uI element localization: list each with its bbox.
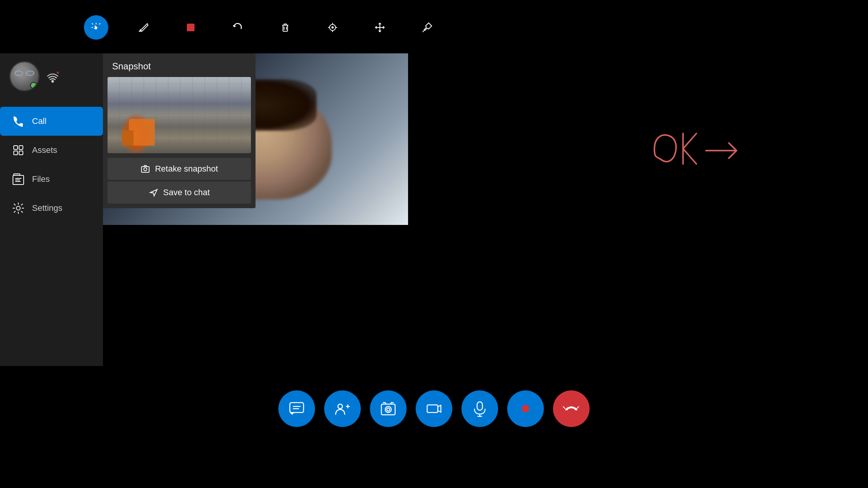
send-icon xyxy=(149,188,159,197)
svg-point-34 xyxy=(387,408,390,411)
bottom-controls xyxy=(278,390,590,427)
avatar-status-indicator xyxy=(30,82,37,89)
svg-point-33 xyxy=(385,406,391,413)
record-icon xyxy=(517,400,534,417)
snapshot-button[interactable] xyxy=(370,390,407,427)
microphone-button[interactable] xyxy=(461,390,498,427)
svg-point-8 xyxy=(52,80,54,82)
svg-rect-36 xyxy=(477,402,482,410)
pen-tool-button[interactable] xyxy=(131,15,156,40)
sidebar-item-settings[interactable]: Settings xyxy=(0,194,103,223)
svg-rect-2 xyxy=(283,25,288,31)
svg-rect-32 xyxy=(381,404,395,415)
svg-rect-35 xyxy=(427,405,438,413)
delete-button[interactable] xyxy=(273,15,297,40)
snapshot-title: Snapshot xyxy=(103,53,256,77)
chat-button[interactable] xyxy=(278,390,315,427)
rectangle-tool-button[interactable] xyxy=(178,15,203,40)
svg-point-40 xyxy=(522,405,529,413)
record-button[interactable] xyxy=(507,390,544,427)
svg-line-23 xyxy=(150,193,153,193)
save-to-chat-button[interactable]: Save to chat xyxy=(108,181,251,204)
snapshot-icon xyxy=(380,400,397,417)
svg-rect-11 xyxy=(14,146,18,149)
svg-point-29 xyxy=(338,404,342,409)
sidebar-top-row xyxy=(0,61,103,95)
avatar xyxy=(9,61,40,92)
retake-snapshot-button[interactable]: Retake snapshot xyxy=(108,158,251,180)
svg-rect-1 xyxy=(187,24,194,31)
svg-point-22 xyxy=(144,168,147,171)
snapshot-preview xyxy=(108,77,251,153)
sidebar-item-files[interactable]: Files xyxy=(0,165,103,194)
sidebar-item-assets[interactable]: Assets xyxy=(0,136,103,165)
svg-point-6 xyxy=(332,27,333,28)
camera-retake-icon xyxy=(140,164,150,174)
move-button[interactable] xyxy=(368,15,392,40)
camera-button[interactable] xyxy=(416,390,452,427)
svg-rect-13 xyxy=(14,151,18,155)
pointer-tool-button[interactable] xyxy=(84,15,108,40)
camera-icon xyxy=(426,400,442,417)
svg-point-20 xyxy=(16,206,20,210)
retake-snapshot-label: Retake snapshot xyxy=(155,164,218,174)
sidebar: Call Assets Files xyxy=(0,53,103,366)
participants-button[interactable] xyxy=(324,390,361,427)
svg-rect-26 xyxy=(290,403,304,413)
chat-icon xyxy=(288,400,305,417)
sidebar-item-call-label: Call xyxy=(32,116,47,126)
annotation-drawing xyxy=(647,126,746,173)
end-call-icon xyxy=(563,400,580,417)
focus-button[interactable] xyxy=(320,15,345,40)
undo-button[interactable] xyxy=(226,15,250,40)
sidebar-item-settings-label: Settings xyxy=(32,203,63,213)
snapshot-panel: Snapshot Retake snapshot Save to chat xyxy=(103,53,256,208)
connectivity-icon xyxy=(46,70,59,87)
end-call-button[interactable] xyxy=(553,390,590,427)
sidebar-item-call[interactable]: Call xyxy=(0,107,103,136)
pin-button[interactable] xyxy=(415,15,439,40)
microphone-icon xyxy=(471,400,488,417)
save-to-chat-label: Save to chat xyxy=(163,188,210,197)
sidebar-item-assets-label: Assets xyxy=(32,145,57,155)
toolbar xyxy=(84,15,439,40)
sidebar-item-files-label: Files xyxy=(32,174,50,184)
sidebar-nav: Call Assets Files xyxy=(0,107,103,223)
svg-rect-14 xyxy=(19,151,23,155)
participants-icon xyxy=(334,400,351,417)
svg-line-7 xyxy=(423,30,424,32)
svg-rect-12 xyxy=(19,146,23,149)
